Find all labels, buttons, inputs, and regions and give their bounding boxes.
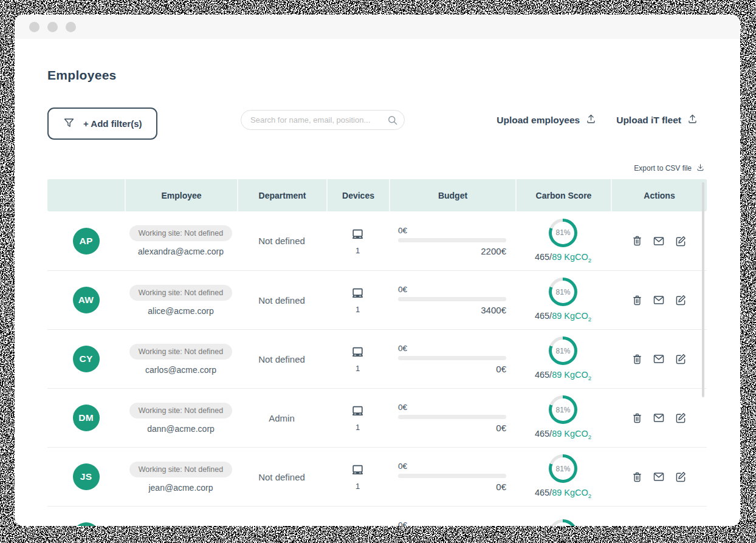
column-header-devices: Devices	[326, 179, 389, 211]
search-box	[241, 110, 405, 130]
avatar: DM	[73, 405, 100, 431]
page-title: Employees	[47, 68, 117, 83]
window-titlebar	[15, 15, 740, 39]
carbon-score-detail: 465/89 KgCO2	[535, 429, 591, 440]
window-control-dot[interactable]	[66, 22, 76, 32]
department-value: Not defined	[258, 354, 305, 364]
app-window: Employees + Add filter(s) Upload employe…	[15, 15, 740, 526]
laptop-icon	[350, 345, 365, 363]
add-filter-label: + Add filter(s)	[83, 118, 142, 129]
email-button[interactable]	[652, 293, 665, 307]
column-header-actions: Actions	[611, 179, 707, 211]
table-row: Working site: Not defined 0€	[47, 506, 707, 526]
column-header-avatar	[47, 179, 125, 211]
carbon-score-detail: 465/89 KgCO2	[535, 488, 591, 499]
employee-email: jean@acme.corp	[148, 483, 213, 493]
carbon-score-percent: 81%	[555, 228, 570, 237]
budget-total: 0€	[398, 364, 506, 374]
working-site-badge: Working site: Not defined	[129, 462, 232, 477]
upload-icon	[585, 113, 597, 127]
carbon-score-percent: 81%	[555, 288, 570, 296]
delete-button[interactable]	[631, 294, 644, 307]
email-button[interactable]	[652, 411, 665, 425]
upload-employees-button[interactable]: Upload employees	[497, 113, 597, 127]
carbon-score-detail: 465/89 KgCO2	[535, 311, 591, 323]
window-control-dot[interactable]	[29, 22, 40, 32]
edit-button[interactable]	[674, 352, 687, 366]
budget-spent: 0€	[398, 462, 506, 471]
budget-progress-bar	[398, 356, 506, 360]
table-row: CY Working site: Not defined carlos@acme…	[47, 329, 707, 388]
table-header-row: Employee Department Devices Budget Carbo…	[47, 179, 707, 211]
table-row: AW Working site: Not defined alice@acme.…	[47, 270, 707, 329]
carbon-score-detail: 465/89 KgCO2	[535, 252, 591, 264]
search-icon[interactable]	[387, 114, 399, 129]
edit-button[interactable]	[674, 293, 687, 307]
budget-total: 3400€	[398, 305, 506, 315]
export-csv-button[interactable]: Export to CSV file	[634, 163, 705, 174]
budget-total: 2200€	[398, 246, 506, 256]
delete-button[interactable]	[631, 353, 644, 366]
email-button[interactable]	[652, 234, 665, 248]
working-site-badge: Working site: Not defined	[129, 285, 232, 301]
budget-progress-bar	[398, 415, 506, 419]
budget-total: 0€	[398, 423, 506, 433]
laptop-icon	[350, 404, 365, 422]
upload-actions: Upload employees Upload iT fleet	[497, 113, 698, 127]
email-button[interactable]	[652, 470, 665, 483]
department-value: Not defined	[258, 472, 305, 482]
download-icon	[696, 163, 705, 174]
budget-spent: 0€	[398, 226, 506, 235]
carbon-score-ring	[549, 519, 577, 527]
table-scrollbar[interactable]	[702, 182, 704, 397]
employee-email: alice@acme.corp	[148, 306, 213, 316]
delete-button[interactable]	[631, 234, 644, 247]
table-row: AP Working site: Not defined alexandra@a…	[47, 211, 707, 270]
table-row: DM Working site: Not defined dann@acme.c…	[47, 388, 707, 447]
carbon-score-ring: 81%	[549, 395, 577, 424]
laptop-icon	[350, 463, 365, 480]
edit-button[interactable]	[674, 470, 687, 483]
working-site-badge: Working site: Not defined	[129, 525, 232, 527]
search-input[interactable]	[241, 111, 404, 129]
laptop-icon	[350, 286, 365, 304]
carbon-score-ring: 81%	[549, 336, 577, 365]
working-site-badge: Working site: Not defined	[129, 403, 232, 418]
upload-employees-label: Upload employees	[497, 115, 580, 126]
laptop-icon	[350, 227, 365, 245]
device-count: 1	[356, 305, 360, 314]
carbon-score-detail: 465/89 KgCO2	[535, 370, 591, 381]
carbon-score-ring: 81%	[549, 278, 577, 306]
employee-email: carlos@acme.corp	[145, 365, 216, 375]
carbon-score-ring: 81%	[549, 219, 577, 247]
employees-table: Employee Department Devices Budget Carbo…	[47, 179, 707, 526]
avatar: JS	[73, 463, 100, 490]
add-filter-button[interactable]: + Add filter(s)	[47, 108, 157, 140]
department-value: Not defined	[258, 295, 305, 306]
delete-button[interactable]	[631, 471, 644, 483]
upload-it-fleet-button[interactable]: Upload iT fleet	[616, 113, 698, 127]
budget-progress-bar	[398, 238, 506, 242]
device-count: 1	[356, 246, 360, 255]
table-body: AP Working site: Not defined alexandra@a…	[47, 211, 707, 526]
budget-spent: 0€	[398, 344, 506, 353]
edit-button[interactable]	[674, 234, 687, 248]
budget-progress-bar	[398, 297, 506, 301]
delete-button[interactable]	[631, 412, 644, 425]
edit-button[interactable]	[674, 411, 687, 425]
window-control-dot[interactable]	[47, 22, 58, 32]
column-header-department: Department	[237, 179, 326, 211]
employee-email: dann@acme.corp	[147, 424, 215, 434]
device-count: 1	[356, 364, 360, 373]
avatar: CY	[73, 346, 100, 372]
carbon-score-percent: 81%	[555, 406, 570, 414]
device-count: 1	[356, 423, 360, 432]
department-value: Not defined	[258, 236, 305, 246]
budget-spent: 0€	[398, 521, 506, 526]
email-button[interactable]	[652, 352, 665, 366]
column-header-budget: Budget	[389, 179, 515, 211]
department-value: Admin	[269, 413, 295, 423]
employee-email: alexandra@acme.corp	[138, 247, 224, 256]
carbon-score-ring: 81%	[549, 454, 577, 483]
upload-icon	[687, 113, 698, 127]
